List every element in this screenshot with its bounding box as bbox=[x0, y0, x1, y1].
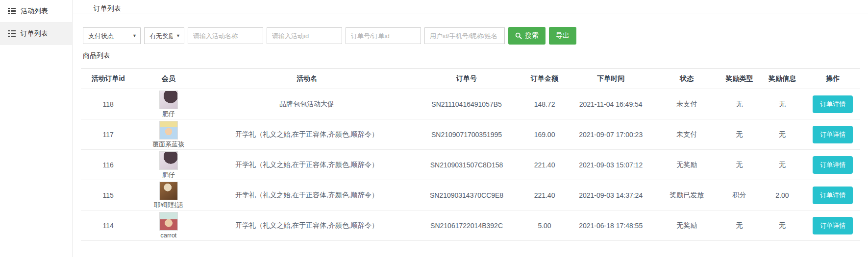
cell-actions: 订单详情 bbox=[806, 180, 860, 210]
cell-member: 肥仔 bbox=[135, 89, 201, 119]
col-header-reward-info: 奖励信息 bbox=[759, 69, 805, 89]
list-icon bbox=[8, 8, 16, 15]
order-detail-button[interactable]: 订单详情 bbox=[813, 217, 853, 234]
cell-status: 无奖励 bbox=[654, 150, 720, 180]
cell-order-no: SN21090314370CC9E8 bbox=[412, 180, 521, 210]
cell-reward-type: 无 bbox=[720, 89, 759, 119]
sidebar-item-label: 订单列表 bbox=[21, 29, 48, 38]
cell-actions: 订单详情 bbox=[806, 210, 860, 241]
cell-amount: 221.40 bbox=[521, 180, 568, 210]
order-no-input[interactable] bbox=[346, 27, 421, 44]
col-header-amount: 订单金额 bbox=[521, 69, 568, 89]
cell-activity: 开学礼（礼义之始,在于正容体,齐颜色,顺辞令） bbox=[201, 119, 412, 150]
user-search-input[interactable] bbox=[424, 27, 505, 44]
cell-activity: 开学礼（礼义之始,在于正容体,齐颜色,顺辞令） bbox=[201, 150, 412, 180]
cell-status: 奖励已发放 bbox=[654, 180, 720, 210]
table-header-row: 活动订单id 会员 活动名 订单号 订单金额 下单时间 状态 奖励类型 奖励信息… bbox=[81, 69, 860, 89]
member-name: 肥仔 bbox=[162, 110, 175, 118]
cell-actions: 订单详情 bbox=[806, 119, 860, 150]
cell-amount: 5.00 bbox=[521, 210, 568, 241]
search-button-label: 搜索 bbox=[525, 31, 539, 40]
cell-member: carrot bbox=[135, 210, 201, 241]
cell-amount: 169.00 bbox=[521, 119, 568, 150]
member-name: 覆面系蓝孩 bbox=[152, 140, 184, 148]
cell-time: 2021-09-03 14:37:24 bbox=[568, 180, 654, 210]
col-header-time: 下单时间 bbox=[568, 69, 654, 89]
cell-amount: 221.40 bbox=[521, 150, 568, 180]
pay-status-select[interactable]: 支付状态 bbox=[83, 27, 141, 44]
cell-order-id: 118 bbox=[81, 89, 135, 119]
cell-time: 2021-06-18 17:48:55 bbox=[568, 210, 654, 241]
export-button[interactable]: 导出 bbox=[549, 27, 576, 45]
order-detail-button[interactable]: 订单详情 bbox=[813, 95, 853, 113]
member-name: 耶¥耶對話 bbox=[154, 201, 183, 209]
section-label-product-list: 商品列表 bbox=[83, 51, 868, 60]
order-table: 活动订单id 会员 活动名 订单号 订单金额 下单时间 状态 奖励类型 奖励信息… bbox=[81, 68, 860, 241]
cell-time: 2021-11-04 16:49:54 bbox=[568, 89, 654, 119]
main-content: 订单列表 支付状态 ▼ 有无奖励 ▼ bbox=[73, 0, 868, 257]
cell-reward-info: 无 bbox=[759, 210, 805, 241]
col-header-order-id: 活动订单id bbox=[81, 69, 135, 89]
order-detail-button[interactable]: 订单详情 bbox=[813, 187, 853, 204]
col-header-status: 状态 bbox=[654, 69, 720, 89]
col-header-member: 会员 bbox=[135, 69, 201, 89]
cell-order-id: 116 bbox=[81, 150, 135, 180]
order-detail-button[interactable]: 订单详情 bbox=[813, 156, 853, 174]
cell-activity: 开学礼（礼义之始,在于正容体,齐颜色,顺辞令） bbox=[201, 180, 412, 210]
cell-reward-info: 2.00 bbox=[759, 180, 805, 210]
list-icon bbox=[8, 30, 16, 37]
col-header-order-no: 订单号 bbox=[412, 69, 521, 89]
sidebar-item-label: 活动列表 bbox=[21, 7, 48, 16]
member-name: carrot bbox=[160, 232, 176, 239]
col-header-reward-type: 奖励类型 bbox=[720, 69, 759, 89]
cell-actions: 订单详情 bbox=[806, 89, 860, 119]
table-row: 117 覆面系蓝孩 开学礼（礼义之始,在于正容体,齐颜色,顺辞令） SN2109… bbox=[81, 119, 860, 150]
cell-reward-type: 无 bbox=[720, 119, 759, 150]
cell-time: 2021-09-07 17:00:23 bbox=[568, 119, 654, 150]
cell-reward-info: 无 bbox=[759, 89, 805, 119]
cell-reward-type: 无 bbox=[720, 210, 759, 241]
sidebar-item-order-list[interactable]: 订单列表 bbox=[0, 23, 72, 45]
reward-select-wrap: 有无奖励 ▼ bbox=[144, 27, 184, 44]
export-button-label: 导出 bbox=[556, 31, 570, 40]
cell-order-no: SN2109031507C8D158 bbox=[412, 150, 521, 180]
cell-order-no: SN21110416491057B5 bbox=[412, 89, 521, 119]
activity-name-input[interactable] bbox=[188, 27, 263, 44]
cell-activity: 开学礼（礼义之始,在于正容体,齐颜色,顺辞令） bbox=[201, 210, 412, 241]
cell-status: 无奖励 bbox=[654, 210, 720, 241]
cell-reward-info: 无 bbox=[759, 150, 805, 180]
sidebar-item-activity-list[interactable]: 活动列表 bbox=[0, 0, 72, 23]
tab-order-list[interactable]: 订单列表 bbox=[94, 0, 121, 13]
cell-status: 未支付 bbox=[654, 119, 720, 150]
cell-activity: 品牌包包活动大促 bbox=[201, 89, 412, 119]
tab-bar: 订单列表 bbox=[73, 0, 868, 14]
cell-order-no: SN21061722014B392C bbox=[412, 210, 521, 241]
member-avatar bbox=[159, 151, 178, 170]
col-header-actions: 操作 bbox=[806, 69, 860, 89]
table-row: 114 carrot 开学礼（礼义之始,在于正容体,齐颜色,顺辞令） SN210… bbox=[81, 210, 860, 241]
pay-status-select-wrap: 支付状态 ▼ bbox=[83, 27, 141, 44]
sidebar: 活动列表 订单列表 bbox=[0, 0, 73, 257]
cell-reward-type: 积分 bbox=[720, 180, 759, 210]
col-header-activity: 活动名 bbox=[201, 69, 412, 89]
activity-id-input[interactable] bbox=[267, 27, 342, 44]
cell-order-id: 117 bbox=[81, 119, 135, 150]
cell-amount: 148.72 bbox=[521, 89, 568, 119]
cell-order-id: 114 bbox=[81, 210, 135, 241]
search-icon bbox=[515, 32, 522, 39]
cell-reward-info: 无 bbox=[759, 119, 805, 150]
reward-select[interactable]: 有无奖励 bbox=[144, 27, 184, 44]
table-row: 116 肥仔 开学礼（礼义之始,在于正容体,齐颜色,顺辞令） SN2109031… bbox=[81, 150, 860, 180]
order-table-wrap: 活动订单id 会员 活动名 订单号 订单金额 下单时间 状态 奖励类型 奖励信息… bbox=[81, 68, 860, 241]
cell-actions: 订单详情 bbox=[806, 150, 860, 180]
table-row: 118 肥仔 品牌包包活动大促 SN21110416491057B5 148.7… bbox=[81, 89, 860, 119]
cell-time: 2021-09-03 15:07:12 bbox=[568, 150, 654, 180]
cell-member: 耶¥耶對話 bbox=[135, 180, 201, 210]
member-avatar bbox=[159, 91, 178, 109]
order-detail-button[interactable]: 订单详情 bbox=[813, 126, 853, 143]
search-button[interactable]: 搜索 bbox=[508, 27, 546, 45]
member-avatar bbox=[159, 182, 178, 200]
member-avatar bbox=[159, 212, 178, 231]
table-row: 115 耶¥耶對話 开学礼（礼义之始,在于正容体,齐颜色,顺辞令） SN2109… bbox=[81, 180, 860, 210]
cell-status: 未支付 bbox=[654, 89, 720, 119]
